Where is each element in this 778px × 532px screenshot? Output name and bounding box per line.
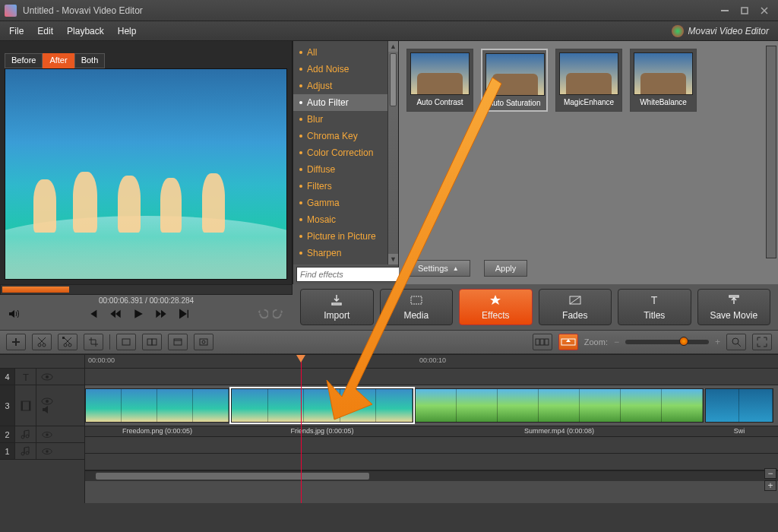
maximize-button[interactable] — [735, 4, 754, 17]
forward-button[interactable] — [155, 308, 167, 320]
preview-tab-both[interactable]: Both — [74, 53, 106, 68]
effects-scrollbar[interactable]: ▲ ▼ — [387, 41, 398, 264]
svg-text:T: T — [651, 294, 658, 306]
zoom-slider[interactable] — [625, 340, 709, 344]
effect-category-item[interactable]: Add Noise — [293, 61, 398, 78]
scroll-up-icon[interactable]: ▲ — [388, 41, 398, 52]
effect-category-item[interactable]: Transform — [293, 261, 398, 264]
fullscreen-button[interactable] — [752, 334, 772, 350]
remove-track-button[interactable]: − — [764, 468, 776, 479]
tool-button-3[interactable] — [168, 334, 188, 350]
effect-category-item[interactable]: Auto Filter — [293, 94, 398, 111]
clip-label: Freedom.png (0:00:05) — [85, 427, 229, 435]
lane-video[interactable] — [85, 385, 778, 426]
effect-thumb[interactable]: WhiteBalance — [630, 49, 697, 112]
view-timeline-button[interactable] — [558, 334, 578, 350]
volume-icon[interactable] — [8, 308, 20, 320]
next-button[interactable] — [178, 308, 190, 320]
effect-category-item[interactable]: All — [293, 44, 398, 61]
track-visibility-toggle[interactable] — [36, 373, 58, 381]
apply-button[interactable]: Apply — [484, 260, 528, 277]
mode-save-movie[interactable]: Save Movie — [697, 289, 771, 325]
effect-thumb[interactable]: Auto Contrast — [406, 49, 473, 112]
cut-all-button[interactable] — [58, 334, 77, 350]
lane-audio-1[interactable] — [85, 454, 778, 470]
crop-button[interactable] — [84, 334, 103, 350]
mode-buttons: Import Media Effects Fades TTitles Save … — [293, 284, 778, 330]
playback-progress[interactable] — [0, 284, 293, 295]
timeline-hscroll[interactable] — [85, 470, 778, 481]
play-button[interactable] — [132, 308, 144, 320]
track-number: 1 — [0, 443, 15, 459]
find-effects-input[interactable] — [296, 267, 410, 282]
lane-audio-2[interactable] — [85, 437, 778, 454]
timeline-clip[interactable] — [415, 388, 704, 423]
effect-category-item[interactable]: Color Correction — [293, 144, 398, 161]
effect-category-item[interactable]: Sharpen — [293, 245, 398, 261]
effect-category-item[interactable]: Mosaic — [293, 211, 398, 228]
effect-category-item[interactable]: Picture in Picture — [293, 228, 398, 245]
timeline-ruler[interactable]: 00:00:00 00:00:10 — [85, 355, 778, 369]
mode-import[interactable]: Import — [300, 289, 374, 325]
prev-button[interactable] — [87, 308, 99, 320]
clip-labels-row: Freedom.png (0:00:05)Friends.jpg (0:00:0… — [85, 426, 778, 437]
preview-tab-after[interactable]: After — [43, 53, 74, 68]
effect-category-item[interactable]: Adjust — [293, 78, 398, 94]
mode-media[interactable]: Media — [380, 289, 454, 325]
timeline-clip[interactable] — [85, 388, 229, 423]
mode-effects[interactable]: Effects — [459, 289, 533, 325]
mode-titles-label: Titles — [644, 310, 665, 321]
timeline-clip[interactable] — [705, 388, 773, 423]
audio-track-icon — [15, 443, 36, 459]
zoom-knob[interactable] — [679, 337, 688, 346]
effect-category-item[interactable]: Diffuse — [293, 161, 398, 178]
minimize-button[interactable] — [716, 4, 734, 17]
gallery-footer: Settings▲ Apply — [406, 255, 770, 277]
add-marker-button[interactable] — [6, 334, 26, 350]
effect-category-item[interactable]: Blur — [293, 111, 398, 128]
gallery-scrollbar[interactable] — [766, 46, 776, 258]
menu-edit[interactable]: Edit — [37, 26, 53, 36]
scroll-thumb[interactable] — [390, 53, 397, 106]
effects-scroll[interactable]: AllAdd NoiseAdjustAuto FilterBlurChroma … — [293, 41, 398, 264]
effect-thumb[interactable]: Auto Saturation — [481, 49, 548, 112]
scroll-down-icon[interactable]: ▼ — [388, 254, 398, 264]
menu-file[interactable]: File — [9, 26, 24, 36]
menu-playback[interactable]: Playback — [67, 26, 104, 36]
track-mute-toggle[interactable] — [36, 431, 58, 439]
tool-button-4[interactable] — [194, 334, 213, 350]
add-track-button[interactable]: + — [764, 480, 776, 491]
svg-rect-14 — [200, 339, 207, 345]
effect-category-item[interactable]: Gamma — [293, 195, 398, 211]
tool-button-1[interactable] — [116, 334, 136, 350]
track-mute-toggle[interactable] — [36, 448, 58, 455]
effect-thumb[interactable]: MagicEnhance — [555, 49, 622, 112]
mode-fades[interactable]: Fades — [539, 289, 612, 325]
track-visibility-toggle[interactable] — [36, 397, 58, 405]
cut-button[interactable] — [32, 334, 52, 350]
menu-help[interactable]: Help — [118, 26, 137, 36]
tool-button-2[interactable] — [142, 334, 162, 350]
hscroll-thumb[interactable] — [96, 473, 369, 480]
track-canvas[interactable]: 00:00:00 00:00:10 Freedom.png (0:00:05)F… — [85, 355, 778, 503]
preview-compare-tabs: Before After Both — [5, 53, 292, 68]
effect-category-item[interactable]: Chroma Key — [293, 128, 398, 144]
zoom-fit-button[interactable] — [726, 334, 746, 350]
redo-button[interactable] — [273, 308, 285, 320]
playhead[interactable] — [301, 355, 302, 503]
settings-button[interactable]: Settings▲ — [406, 260, 470, 277]
preview-illustration — [160, 178, 182, 233]
timeline-clip[interactable] — [231, 388, 413, 423]
mode-titles[interactable]: TTitles — [618, 289, 691, 325]
effect-category-item[interactable]: Filters — [293, 178, 398, 195]
track-headers: 4 T 3 2 1 — [0, 355, 85, 503]
undo-button[interactable] — [256, 308, 268, 320]
lane-titles[interactable] — [85, 369, 778, 385]
preview-canvas[interactable] — [5, 68, 287, 280]
preview-tab-before[interactable]: Before — [5, 53, 43, 68]
track-mute-toggle[interactable] — [36, 405, 58, 414]
rewind-button[interactable] — [109, 308, 122, 320]
thumb-label: Auto Contrast — [410, 98, 470, 106]
view-compact-button[interactable] — [533, 334, 552, 350]
close-button[interactable] — [755, 4, 773, 17]
